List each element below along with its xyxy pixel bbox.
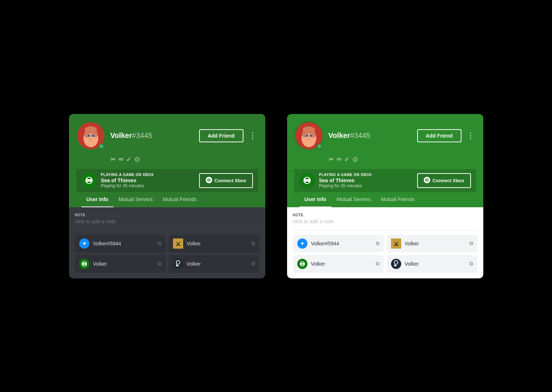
card-body: NOTE click to add a note ✦ Volker#5944 ⧉ (287, 207, 483, 278)
svg-point-7 (86, 128, 90, 134)
online-status-dot (99, 144, 104, 149)
connection-left: Volker (173, 259, 201, 269)
connection-left: Volker (297, 259, 325, 269)
note-input[interactable]: click to add a note (75, 219, 259, 224)
external-link-icon: ⧉ (470, 261, 473, 267)
username: Volker (329, 131, 350, 140)
discriminator: #3445 (132, 131, 152, 140)
add-friend-button[interactable]: Add Friend (417, 129, 462, 142)
connection-username: Volker (187, 261, 201, 267)
connect-xbox-button[interactable]: Connect Xbox (199, 173, 253, 188)
game-icon (81, 173, 97, 188)
activity-label: PLAYING A GAME ON XBOX (101, 173, 154, 177)
discriminator: #3445 (350, 131, 370, 140)
connection-left: Volker (391, 259, 419, 269)
more-options-button[interactable]: ⋮ (465, 132, 476, 140)
tab-mutual-servers[interactable]: Mutual Servers (331, 192, 376, 207)
header-top: Volker#3445 Add Friend ⋮ (294, 121, 476, 150)
connections-grid: ✦ Volker#5944 ⧉ ⚔ Volker ⧉ (293, 235, 478, 273)
connection-username: Volker (405, 241, 419, 246)
activity-label: PLAYING A GAME ON XBOX (319, 173, 372, 177)
connection-item-battlenet[interactable]: ✦ Volker#5944 ⧉ (75, 235, 166, 252)
connection-left: ✦ Volker#5944 (297, 238, 339, 249)
avatar (76, 121, 105, 150)
badge-infinity-icon: ∞ (337, 155, 342, 163)
badge-tools-icon: ✂ (110, 155, 116, 163)
tab-user-info[interactable]: User Info (81, 192, 114, 207)
more-options-button[interactable]: ⋮ (247, 132, 258, 140)
svg-point-12 (92, 135, 93, 136)
tab-mutual-friends[interactable]: Mutual Friends (158, 192, 202, 207)
connection-item-steam[interactable]: Volker ⧉ (169, 255, 259, 273)
badge-circle-icon: ⊙ (134, 155, 140, 163)
game-duration: Playing for 35 minutes (101, 183, 154, 188)
game-duration: Playing for 35 minutes (319, 183, 372, 188)
connection-username: Volker (187, 241, 201, 246)
badges-row: ✂ ∞ ✓ ⊙ (110, 155, 258, 163)
game-activity-left: PLAYING A GAME ON XBOX Sea of Thieves Pl… (299, 173, 372, 188)
username-row: Volker#3445 (329, 131, 370, 140)
badges-row: ✂ ∞ ✓ ⊙ (329, 155, 476, 163)
svg-point-14 (93, 137, 96, 138)
external-link-icon: ⧉ (376, 240, 379, 246)
game-activity: PLAYING A GAME ON XBOX Sea of Thieves Pl… (294, 169, 476, 192)
connection-left: ✦ Volker#5944 (79, 238, 121, 249)
connection-username: Volker#5944 (93, 241, 121, 246)
online-status-dot (317, 144, 322, 149)
game-info: PLAYING A GAME ON XBOX Sea of Thieves Pl… (319, 173, 372, 188)
card-header: Volker#3445 Add Friend ⋮ ✂ ∞ ✓ ⊙ (69, 114, 265, 207)
card-body: NOTE click to add a note ✦ Volker#5944 ⧉ (69, 207, 265, 278)
xbox-button-icon (424, 177, 430, 184)
svg-text:⚔: ⚔ (176, 241, 181, 247)
tab-mutual-friends[interactable]: Mutual Friends (376, 192, 420, 207)
username-row: Volker#3445 (110, 131, 152, 140)
tabs: User Info Mutual Servers Mutual Friends (76, 192, 258, 207)
steam-icon (391, 259, 401, 269)
header-actions: Add Friend ⋮ (417, 129, 476, 142)
external-link-icon: ⧉ (251, 240, 255, 246)
svg-point-11 (88, 135, 89, 136)
external-link-icon: ⧉ (376, 261, 379, 267)
connection-item-battlenet[interactable]: ✦ Volker#5944 ⧉ (293, 235, 384, 252)
header-actions: Add Friend ⋮ (199, 129, 258, 142)
battlenet-icon: ✦ (297, 238, 307, 249)
note-input[interactable]: click to add a note (293, 219, 478, 224)
connection-item-steam[interactable]: Volker ⧉ (387, 255, 478, 273)
note-label: NOTE (75, 213, 259, 217)
connection-item-xbox[interactable]: Volker ⧉ (75, 255, 166, 273)
external-link-icon: ⧉ (158, 240, 161, 246)
svg-point-39 (310, 135, 311, 136)
connection-item-xbox[interactable]: Volker ⧉ (293, 255, 384, 273)
svg-point-38 (306, 135, 307, 136)
game-title: Sea of Thieves (101, 177, 154, 183)
profile-card-dark: Volker#3445 Add Friend ⋮ ✂ ∞ ✓ ⊙ (69, 114, 265, 278)
tab-user-info[interactable]: User Info (299, 192, 332, 207)
connection-item-lol[interactable]: ⚔ Volker ⧉ (169, 235, 259, 252)
steam-icon (173, 259, 183, 269)
tab-mutual-servers[interactable]: Mutual Servers (113, 192, 158, 207)
xbox-icon (297, 259, 307, 269)
svg-point-8 (91, 128, 95, 134)
svg-text:✦: ✦ (300, 241, 305, 246)
svg-point-41 (311, 137, 314, 138)
game-title: Sea of Thieves (319, 177, 372, 183)
connection-username: Volker (93, 261, 107, 267)
profile-card-light: Volker#3445 Add Friend ⋮ ✂ ∞ ✓ ⊙ (287, 114, 483, 278)
connection-item-lol[interactable]: ⚔ Volker ⧉ (387, 235, 478, 252)
note-label: NOTE (293, 213, 478, 217)
add-friend-button[interactable]: Add Friend (199, 129, 243, 142)
card-header: Volker#3445 Add Friend ⋮ ✂ ∞ ✓ ⊙ (287, 114, 483, 207)
svg-point-34 (304, 128, 308, 134)
svg-point-13 (86, 137, 88, 138)
tabs: User Info Mutual Servers Mutual Friends (294, 192, 476, 207)
xbox-button-icon (206, 177, 212, 184)
connect-xbox-button[interactable]: Connect Xbox (417, 173, 471, 188)
badge-circle-icon: ⊙ (352, 155, 358, 163)
svg-point-40 (304, 137, 306, 138)
badge-infinity-icon: ∞ (119, 155, 124, 163)
divider (293, 230, 478, 230)
username: Volker (110, 131, 132, 140)
game-activity: PLAYING A GAME ON XBOX Sea of Thieves Pl… (76, 169, 258, 192)
note-section: NOTE click to add a note (293, 213, 478, 230)
svg-point-35 (309, 128, 313, 134)
